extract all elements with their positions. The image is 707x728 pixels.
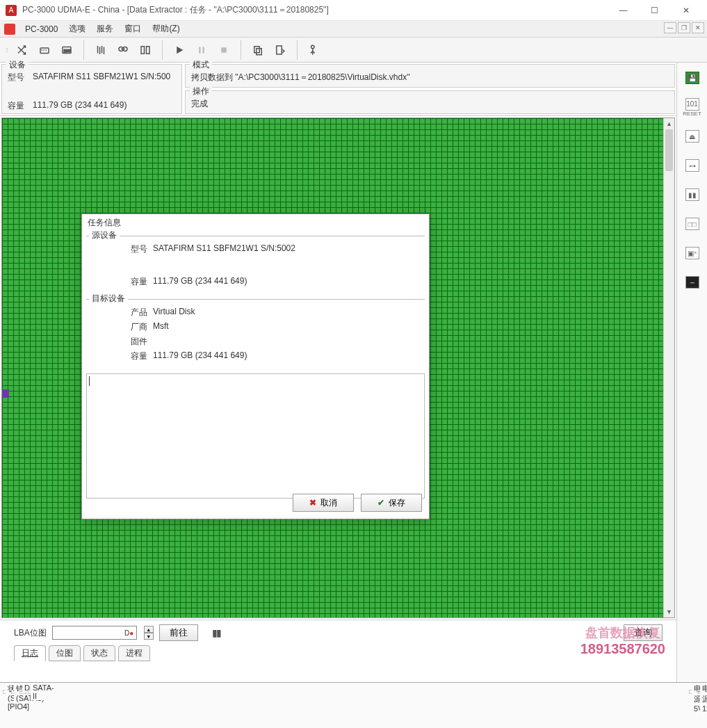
tab-status[interactable]: 状态 bbox=[83, 645, 115, 661]
lba-spin-down[interactable]: ▼ bbox=[144, 633, 154, 640]
save-button[interactable]: ✔保存 bbox=[361, 494, 422, 512]
goto-button[interactable]: 前往 bbox=[159, 624, 198, 641]
mdi-minimize-button[interactable]: — bbox=[664, 22, 676, 33]
operation-value: 完成 bbox=[191, 98, 208, 110]
cancel-button[interactable]: ✖取消 bbox=[293, 494, 354, 512]
text-caret bbox=[89, 376, 90, 386]
tool-pause-button[interactable] bbox=[190, 40, 213, 60]
window-title: PC-3000 UDMA-E - China - [Data Extractor… bbox=[22, 4, 608, 16]
menu-help[interactable]: 帮助(Z) bbox=[147, 21, 185, 37]
lba-input[interactable] bbox=[53, 626, 122, 639]
lba-mode-icon[interactable]: D● bbox=[122, 629, 136, 637]
dst-product-value: Virtual Disk bbox=[153, 307, 195, 318]
device-cap-label: 容量 bbox=[8, 100, 33, 112]
device-cap-value: 111.79 GB (234 441 649) bbox=[33, 100, 127, 112]
scroll-down-icon[interactable]: ▼ bbox=[664, 606, 674, 617]
dst-vendor-label: 厂商 bbox=[131, 321, 153, 333]
status-5v-group: 电源 5V bbox=[689, 690, 696, 694]
toolbar: ⋮ 100 bbox=[0, 38, 707, 63]
svg-point-13 bbox=[311, 45, 315, 49]
side-pause-button[interactable]: ▮▮ bbox=[681, 185, 704, 204]
tab-log[interactable]: 日志 bbox=[14, 645, 46, 661]
side-reset-button[interactable]: 101RESET bbox=[681, 97, 704, 117]
mode-panel: 模式 拷贝数据到 "A:\PC3000\3111＝20180825\Virtua… bbox=[185, 64, 675, 88]
side-clear-button[interactable]: ▣ˣ bbox=[681, 243, 704, 263]
dst-cap-value: 111.79 GB (234 441 649) bbox=[153, 350, 247, 362]
device-model-label: 型号 bbox=[8, 72, 33, 83]
side-eject-button[interactable]: ⏏ bbox=[681, 127, 704, 146]
dst-vendor-value: Msft bbox=[153, 321, 169, 333]
device-legend: 设备 bbox=[6, 59, 29, 71]
tool-export-button[interactable] bbox=[269, 40, 291, 60]
explore-button[interactable]: 查询 bbox=[624, 624, 663, 641]
close-button[interactable]: ✕ bbox=[670, 1, 701, 20]
tab-process[interactable]: 进程 bbox=[118, 645, 150, 661]
tool-stop-button[interactable] bbox=[213, 40, 235, 60]
svg-text:100: 100 bbox=[64, 49, 72, 53]
save-label: 保存 bbox=[389, 497, 405, 509]
side-schema-button[interactable]: □□ bbox=[681, 214, 704, 234]
side-plug-button[interactable]: ⎓ bbox=[681, 273, 704, 292]
toolbar-grip-icon: ⋮ bbox=[3, 47, 8, 53]
dst-fw-label: 固件 bbox=[131, 336, 153, 348]
brand-icon bbox=[4, 24, 15, 35]
svg-rect-9 bbox=[221, 47, 227, 53]
mdi-close-button[interactable]: ✕ bbox=[692, 22, 704, 33]
operation-legend: 操作 bbox=[190, 86, 212, 97]
tool-percent-button[interactable]: 100 bbox=[56, 40, 78, 60]
tabs-row: 日志 位图 状态 进程 bbox=[0, 645, 676, 664]
tool-explorer-button[interactable] bbox=[303, 40, 325, 60]
status-dma-group: DMA bbox=[19, 690, 26, 694]
status-12v-legend: 电源 12V bbox=[700, 683, 707, 713]
status-state-group: 状 态 (SATA0)-[PIO4] bbox=[3, 690, 10, 694]
side-disk-button[interactable]: 💾 bbox=[681, 68, 704, 88]
tool-lba-button[interactable] bbox=[33, 40, 56, 60]
device-panel: 设备 型号 SATAFIRM S11 SBFM21W1 S/N:500 容量 1… bbox=[1, 64, 182, 114]
menu-options[interactable]: 选项 bbox=[63, 21, 91, 37]
menu-window[interactable]: 窗口 bbox=[119, 21, 147, 37]
tool-play-button[interactable] bbox=[168, 40, 190, 60]
mode-legend: 模式 bbox=[190, 59, 212, 71]
tool-search-button[interactable] bbox=[112, 40, 134, 60]
menu-bar: PC-3000 选项 服务 窗口 帮助(Z) — ❐ ✕ bbox=[0, 21, 707, 38]
target-device-fieldset: 目标设备 产品Virtual Disk 厂商Msft 固件 容量111.79 G… bbox=[86, 299, 425, 369]
status-12v-group: 电源 12V bbox=[697, 690, 704, 694]
pause-indicator-icon: ▮▮ bbox=[212, 627, 220, 638]
minimize-button[interactable]: — bbox=[608, 1, 639, 20]
svg-rect-12 bbox=[277, 46, 282, 54]
status-sata2-legend: SATA-II bbox=[31, 683, 56, 700]
src-cap-value: 111.79 GB (234 441 649) bbox=[153, 276, 247, 288]
device-model-value: SATAFIRM S11 SBFM21W1 S/N:500 bbox=[33, 72, 170, 83]
maximize-button[interactable]: ☐ bbox=[639, 1, 670, 20]
app-icon: A bbox=[6, 5, 17, 16]
lba-spin-up[interactable]: ▲ bbox=[144, 626, 154, 633]
svg-rect-7 bbox=[199, 47, 200, 53]
title-bar: A PC-3000 UDMA-E - China - [Data Extract… bbox=[0, 0, 707, 21]
dialog-info-area[interactable] bbox=[86, 373, 425, 499]
side-resistor-button[interactable]: ⊶ bbox=[681, 156, 704, 175]
brand-label[interactable]: PC-3000 bbox=[19, 22, 63, 36]
sector-map-scrollbar[interactable]: ▲ ▼ bbox=[663, 118, 674, 617]
mdi-restore-button[interactable]: ❐ bbox=[678, 22, 690, 33]
target-device-legend: 目标设备 bbox=[89, 293, 128, 305]
side-reset-label: RESET bbox=[683, 111, 701, 117]
info-row: 设备 型号 SATAFIRM S11 SBFM21W1 S/N:500 容量 1… bbox=[0, 63, 676, 116]
menu-services[interactable]: 服务 bbox=[91, 21, 119, 37]
mode-value: 拷贝数据到 "A:\PC3000\3111＝20180825\VirtualDi… bbox=[191, 72, 409, 83]
x-icon: ✖ bbox=[309, 498, 316, 508]
lba-row: LBA位图 D● ▲ ▼ 前往 ▮▮ 查询 bbox=[0, 620, 676, 645]
scroll-up-icon[interactable]: ▲ bbox=[664, 118, 674, 129]
tool-settings-button[interactable] bbox=[11, 40, 33, 60]
scroll-thumb[interactable] bbox=[665, 129, 673, 171]
tab-bitmap[interactable]: 位图 bbox=[49, 645, 81, 661]
source-device-legend: 源设备 bbox=[89, 229, 120, 241]
cancel-label: 取消 bbox=[320, 497, 337, 509]
task-info-dialog: 任务信息 源设备 型号SATAFIRM S11 SBFM21W1 S/N:500… bbox=[81, 213, 430, 519]
src-cap-label: 容量 bbox=[131, 276, 153, 288]
tool-compare-button[interactable] bbox=[134, 40, 156, 60]
dst-product-label: 产品 bbox=[131, 307, 153, 318]
svg-rect-5 bbox=[141, 46, 145, 54]
tool-map-button[interactable] bbox=[90, 40, 112, 60]
operation-panel: 操作 完成 bbox=[185, 90, 675, 114]
tool-copy-button[interactable] bbox=[247, 40, 269, 60]
